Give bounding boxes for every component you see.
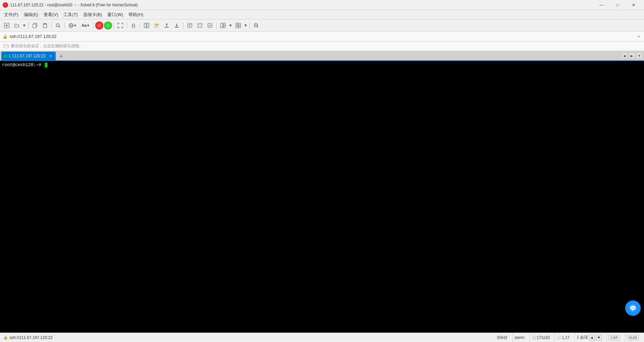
open-session-button[interactable] [12,21,21,30]
svg-rect-4 [33,24,36,28]
svg-rect-16 [155,25,159,26]
svg-rect-15 [155,24,159,25]
grid-group: ▾ [233,21,248,30]
svg-rect-38 [4,45,8,48]
log-stop-button[interactable] [195,21,205,30]
minimize-button[interactable]: — [594,0,609,10]
lock-button[interactable] [129,21,138,30]
terminal-cursor [45,63,47,67]
layout-group: ▾ [218,21,233,30]
status-num: NUM [625,333,641,342]
menu-tools[interactable]: 工具(T) [61,10,80,19]
separator-9 [216,22,217,29]
svg-rect-30 [223,26,225,28]
tab-close-button-1[interactable]: ✕ [48,53,53,59]
app-icon [3,2,8,8]
status-cursor-pos: ⬜ 1,17 [554,333,572,342]
terminal-content: root@ceshi20:~# [0,61,644,69]
menu-tab[interactable]: 选项卡(B) [80,10,105,19]
terminal-tab-1[interactable]: 1 111.67.197.120:22 ✕ [1,52,56,60]
tab-bar: 1 111.67.197.120:22 ✕ + ◀ ▶ ▼ [0,51,644,61]
layout-dropdown[interactable]: ▾ [228,21,233,30]
log-start-button[interactable] [185,21,195,30]
svg-rect-28 [221,23,223,28]
window-title: 111.67.197.120:22 - root@ceshi20: ~ - Xs… [10,3,594,7]
session-hint-icon [3,44,9,49]
terminal-prompt: root@ceshi20:~# [2,62,41,67]
status-cap: CAP [606,333,622,342]
menu-edit[interactable]: 编辑(E) [21,10,41,19]
copy-button[interactable] [30,21,40,30]
address-dropdown-icon[interactable]: ▾ [636,33,641,40]
tab-label-1: 1 111.67.197.120:22 [9,54,46,58]
split-grid-dropdown[interactable]: ▾ [243,21,248,30]
separator-7 [140,22,140,29]
svg-rect-32 [238,23,240,25]
separator-2 [51,22,52,29]
green-circle-button[interactable] [104,21,112,30]
status-sessions: 1 会话 ▲ ▼ [574,333,604,342]
address-bar: 🔒 ▾ [0,32,644,42]
menu-help[interactable]: 帮助(H) [126,10,146,19]
tab-next-button[interactable]: ▶ [629,52,635,59]
status-address: 🔒 ssh://111.67.197.120:22 [3,335,495,340]
status-xterm-label: xterm [515,335,525,340]
app: 111.67.197.120:22 - root@ceshi20: ~ - Xs… [0,0,644,342]
close-button[interactable]: ✕ [626,0,641,10]
red-circle-button[interactable] [95,21,103,30]
address-input[interactable] [10,33,634,40]
download-button[interactable] [172,21,181,30]
window-controls: — □ ✕ [594,0,641,10]
status-address-text: ssh://111.67.197.120:22 [9,335,53,340]
status-scroll-arrows: ▲ ▼ [589,335,602,341]
svg-line-37 [257,26,258,27]
status-xterm: xterm [512,333,527,342]
prompt-line: root@ceshi20:~# [2,62,642,67]
upload-button[interactable] [162,21,171,30]
encoding-button[interactable]: ▾ [66,21,78,30]
highlight-button[interactable] [152,21,161,30]
svg-rect-13 [144,23,146,28]
session-hint-text: 要添加当前会话，点击左侧的箭头按钮。 [11,43,83,49]
layout-button[interactable] [218,21,228,30]
session-hint-bar: 要添加当前会话，点击左侧的箭头按钮。 [0,42,644,51]
title-bar: 111.67.197.120:22 - root@ceshi20: ~ - Xs… [0,0,644,10]
new-session-button[interactable] [2,21,11,30]
status-num-label: NUM [627,335,639,340]
scroll-up-button[interactable]: ▲ [589,335,595,341]
chat-bubble[interactable] [625,300,641,316]
address-lock-icon: 🔒 [3,34,8,39]
log-view-button[interactable] [205,21,215,30]
separator-6 [127,22,127,29]
open-session-group: ▾ [12,21,26,30]
font-size-button[interactable]: Aa▾ [79,21,92,30]
menu-view[interactable]: 查看(V) [41,10,61,19]
tab-list-button[interactable]: ▼ [636,52,643,59]
status-ssh2: SSH2 [495,333,509,342]
zoom-out-button[interactable] [252,21,261,30]
separator-5 [114,22,114,29]
svg-rect-34 [238,26,240,28]
paste-button[interactable] [40,21,50,30]
menu-file[interactable]: 文件(F) [1,10,21,19]
add-tab-button[interactable]: + [57,52,65,60]
status-bar: 🔒 ssh://111.67.197.120:22 SSH2 xterm ⬜ 1… [0,333,644,342]
svg-rect-31 [236,23,238,25]
scroll-down-button[interactable]: ▼ [596,335,602,341]
separator-4 [93,22,94,29]
maximize-button[interactable]: □ [610,0,625,10]
terminal-area[interactable]: root@ceshi20:~# [0,61,644,333]
chat-bubble-icon [629,304,637,312]
toolbar: ▾ ▾ Aa▾ [0,19,644,32]
split-grid-button[interactable] [233,21,243,30]
open-session-dropdown[interactable]: ▾ [22,21,26,30]
svg-rect-14 [147,23,149,28]
menu-window[interactable]: 窗口(W) [105,10,126,19]
svg-rect-12 [132,25,135,27]
menu-bar: 文件(F) 编辑(E) 查看(V) 工具(T) 选项卡(B) 窗口(W) 帮助(… [0,10,644,19]
separator-10 [250,22,250,29]
split-h-button[interactable] [142,21,151,30]
fullscreen-button[interactable] [116,21,125,30]
search-button[interactable] [53,21,63,30]
tab-prev-button[interactable]: ◀ [621,52,628,59]
